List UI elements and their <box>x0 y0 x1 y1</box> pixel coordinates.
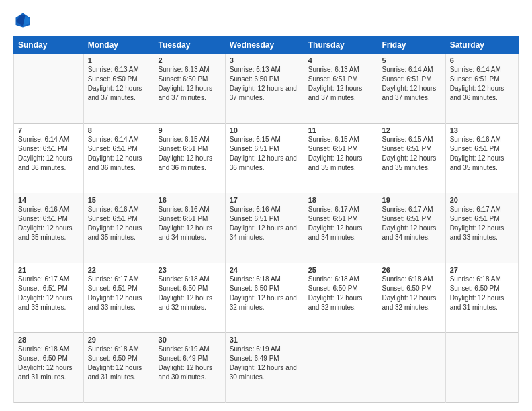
calendar-cell: 1Sunrise: 6:13 AMSunset: 6:50 PMDaylight… <box>83 54 154 124</box>
day-number: 8 <box>88 126 150 134</box>
calendar-cell: 29Sunrise: 6:18 AMSunset: 6:50 PMDayligh… <box>83 333 154 403</box>
calendar-cell: 10Sunrise: 6:15 AMSunset: 6:51 PMDayligh… <box>225 124 304 193</box>
day-number: 2 <box>159 56 221 64</box>
header-day: Tuesday <box>154 37 225 54</box>
day-detail: Sunrise: 6:14 AMSunset: 6:51 PMDaylight:… <box>450 66 504 101</box>
day-detail: Sunrise: 6:18 AMSunset: 6:50 PMDaylight:… <box>159 275 213 311</box>
day-number: 18 <box>308 196 373 204</box>
day-detail: Sunrise: 6:14 AMSunset: 6:51 PMDaylight:… <box>18 136 73 171</box>
calendar-cell: 5Sunrise: 6:14 AMSunset: 6:51 PMDaylight… <box>378 54 445 124</box>
header-day: Monday <box>83 37 154 54</box>
day-number: 28 <box>18 336 79 344</box>
calendar-cell: 6Sunrise: 6:14 AMSunset: 6:51 PMDaylight… <box>445 54 518 124</box>
day-detail: Sunrise: 6:18 AMSunset: 6:50 PMDaylight:… <box>450 275 504 311</box>
day-number: 12 <box>382 126 441 134</box>
day-number: 1 <box>88 56 150 64</box>
calendar-cell: 19Sunrise: 6:17 AMSunset: 6:51 PMDayligh… <box>378 193 445 263</box>
day-number: 30 <box>159 336 221 344</box>
calendar-cell <box>445 333 518 403</box>
calendar-cell: 30Sunrise: 6:19 AMSunset: 6:49 PMDayligh… <box>154 333 225 403</box>
day-number: 6 <box>450 56 514 64</box>
calendar-cell: 14Sunrise: 6:16 AMSunset: 6:51 PMDayligh… <box>14 193 84 263</box>
day-number: 5 <box>382 56 441 64</box>
day-number: 27 <box>450 266 514 274</box>
calendar-cell: 7Sunrise: 6:14 AMSunset: 6:51 PMDaylight… <box>14 124 84 193</box>
calendar-cell: 2Sunrise: 6:13 AMSunset: 6:50 PMDaylight… <box>154 54 225 124</box>
day-number: 9 <box>159 126 221 134</box>
day-detail: Sunrise: 6:18 AMSunset: 6:50 PMDaylight:… <box>18 345 73 381</box>
day-detail: Sunrise: 6:18 AMSunset: 6:50 PMDaylight:… <box>88 345 142 381</box>
day-number: 22 <box>88 266 150 274</box>
day-number: 11 <box>308 126 373 134</box>
day-detail: Sunrise: 6:15 AMSunset: 6:51 PMDaylight:… <box>230 136 297 171</box>
calendar-week-row: 1Sunrise: 6:13 AMSunset: 6:50 PMDaylight… <box>14 54 519 124</box>
day-number: 23 <box>159 266 221 274</box>
calendar-cell: 12Sunrise: 6:15 AMSunset: 6:51 PMDayligh… <box>378 124 445 193</box>
calendar-cell: 20Sunrise: 6:17 AMSunset: 6:51 PMDayligh… <box>445 193 518 263</box>
day-number: 7 <box>18 126 79 134</box>
day-detail: Sunrise: 6:15 AMSunset: 6:51 PMDaylight:… <box>382 136 437 171</box>
logo-icon <box>13 11 32 30</box>
calendar-cell <box>378 333 445 403</box>
header-day: Thursday <box>304 37 378 54</box>
day-number: 26 <box>382 266 441 274</box>
calendar-cell: 28Sunrise: 6:18 AMSunset: 6:50 PMDayligh… <box>14 333 84 403</box>
calendar-cell: 9Sunrise: 6:15 AMSunset: 6:51 PMDaylight… <box>154 124 225 193</box>
day-detail: Sunrise: 6:13 AMSunset: 6:50 PMDaylight:… <box>88 66 142 101</box>
day-number: 29 <box>88 336 150 344</box>
calendar-week-row: 7Sunrise: 6:14 AMSunset: 6:51 PMDaylight… <box>14 124 519 193</box>
day-detail: Sunrise: 6:17 AMSunset: 6:51 PMDaylight:… <box>382 205 437 241</box>
day-detail: Sunrise: 6:17 AMSunset: 6:51 PMDaylight:… <box>88 275 142 311</box>
day-number: 15 <box>88 196 150 204</box>
day-detail: Sunrise: 6:17 AMSunset: 6:51 PMDaylight:… <box>308 205 363 241</box>
calendar-table: SundayMondayTuesdayWednesdayThursdayFrid… <box>13 36 519 403</box>
day-number: 10 <box>230 126 300 134</box>
day-detail: Sunrise: 6:16 AMSunset: 6:51 PMDaylight:… <box>18 205 73 241</box>
calendar-cell: 26Sunrise: 6:18 AMSunset: 6:50 PMDayligh… <box>378 263 445 333</box>
day-number: 16 <box>159 196 221 204</box>
header-day: Sunday <box>14 37 84 54</box>
day-number: 31 <box>230 336 300 344</box>
day-number: 3 <box>230 56 300 64</box>
header <box>13 11 519 30</box>
calendar-cell <box>14 54 84 124</box>
day-number: 17 <box>230 196 300 204</box>
calendar-cell <box>304 333 378 403</box>
day-detail: Sunrise: 6:17 AMSunset: 6:51 PMDaylight:… <box>18 275 73 311</box>
header-day: Friday <box>378 37 445 54</box>
day-detail: Sunrise: 6:15 AMSunset: 6:51 PMDaylight:… <box>159 136 213 171</box>
calendar-cell: 4Sunrise: 6:13 AMSunset: 6:51 PMDaylight… <box>304 54 378 124</box>
day-detail: Sunrise: 6:13 AMSunset: 6:50 PMDaylight:… <box>159 66 213 101</box>
day-number: 21 <box>18 266 79 274</box>
calendar-week-row: 21Sunrise: 6:17 AMSunset: 6:51 PMDayligh… <box>14 263 519 333</box>
day-detail: Sunrise: 6:17 AMSunset: 6:51 PMDaylight:… <box>450 205 504 241</box>
day-number: 19 <box>382 196 441 204</box>
header-day: Wednesday <box>225 37 304 54</box>
calendar-cell: 3Sunrise: 6:13 AMSunset: 6:50 PMDaylight… <box>225 54 304 124</box>
day-number: 24 <box>230 266 300 274</box>
calendar-cell: 15Sunrise: 6:16 AMSunset: 6:51 PMDayligh… <box>83 193 154 263</box>
calendar-cell: 25Sunrise: 6:18 AMSunset: 6:50 PMDayligh… <box>304 263 378 333</box>
day-number: 13 <box>450 126 514 134</box>
calendar-cell: 13Sunrise: 6:16 AMSunset: 6:51 PMDayligh… <box>445 124 518 193</box>
page: SundayMondayTuesdayWednesdayThursdayFrid… <box>0 0 532 411</box>
day-detail: Sunrise: 6:19 AMSunset: 6:49 PMDaylight:… <box>230 345 297 381</box>
day-detail: Sunrise: 6:16 AMSunset: 6:51 PMDaylight:… <box>230 205 297 241</box>
day-detail: Sunrise: 6:18 AMSunset: 6:50 PMDaylight:… <box>308 275 363 311</box>
day-detail: Sunrise: 6:15 AMSunset: 6:51 PMDaylight:… <box>308 136 363 171</box>
calendar-week-row: 28Sunrise: 6:18 AMSunset: 6:50 PMDayligh… <box>14 333 519 403</box>
header-day: Saturday <box>445 37 518 54</box>
calendar-cell: 31Sunrise: 6:19 AMSunset: 6:49 PMDayligh… <box>225 333 304 403</box>
day-detail: Sunrise: 6:13 AMSunset: 6:51 PMDaylight:… <box>308 66 363 101</box>
day-detail: Sunrise: 6:16 AMSunset: 6:51 PMDaylight:… <box>450 136 504 171</box>
day-detail: Sunrise: 6:16 AMSunset: 6:51 PMDaylight:… <box>88 205 142 241</box>
day-detail: Sunrise: 6:13 AMSunset: 6:50 PMDaylight:… <box>230 66 297 101</box>
day-detail: Sunrise: 6:14 AMSunset: 6:51 PMDaylight:… <box>382 66 437 101</box>
calendar-cell: 18Sunrise: 6:17 AMSunset: 6:51 PMDayligh… <box>304 193 378 263</box>
day-number: 20 <box>450 196 514 204</box>
calendar-cell: 22Sunrise: 6:17 AMSunset: 6:51 PMDayligh… <box>83 263 154 333</box>
calendar-header-row: SundayMondayTuesdayWednesdayThursdayFrid… <box>14 37 519 54</box>
calendar-cell: 24Sunrise: 6:18 AMSunset: 6:50 PMDayligh… <box>225 263 304 333</box>
day-number: 25 <box>308 266 373 274</box>
calendar-cell: 11Sunrise: 6:15 AMSunset: 6:51 PMDayligh… <box>304 124 378 193</box>
